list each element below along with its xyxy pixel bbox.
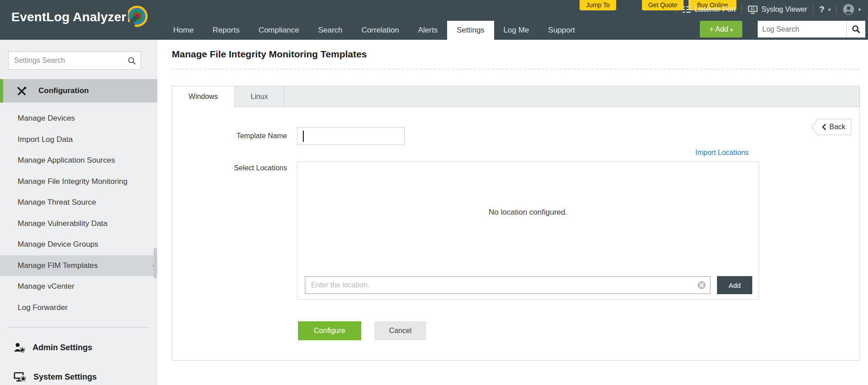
utility-bar: Listener Port 01 Syslog Viewer ? ▾ ▾	[676, 4, 861, 15]
tab-windows[interactable]: Windows	[172, 86, 235, 108]
search-icon	[852, 25, 861, 34]
nav-settings[interactable]: Settings	[447, 21, 494, 40]
back-button-face: Back	[812, 119, 851, 135]
system-settings-icon	[14, 372, 26, 382]
tools-icon	[16, 86, 27, 96]
sidebar-item-label: Manage FIM Templates	[18, 261, 98, 270]
configure-button[interactable]: Configure	[298, 321, 361, 340]
add-location-button[interactable]: Add	[717, 276, 752, 294]
settings-sidebar: Configuration Manage Devices Import Log …	[0, 40, 157, 385]
divider	[741, 5, 742, 14]
clear-input-icon[interactable]	[697, 281, 706, 290]
location-input[interactable]	[305, 276, 711, 294]
nav-compliance[interactable]: Compliance	[249, 21, 309, 40]
settings-search-box	[8, 52, 141, 70]
log-search-input[interactable]	[758, 21, 846, 38]
sidebar-item-log-forwarder[interactable]: Log Forwarder	[0, 297, 157, 319]
logo-swoosh-icon	[128, 4, 149, 28]
locations-list-box: No location configured. Add	[297, 161, 759, 300]
sidebar-section-label: Configuration	[38, 86, 89, 95]
location-input-row: Add	[305, 276, 752, 294]
import-locations-link[interactable]: Import Locations	[695, 149, 749, 157]
template-name-label: Template Name	[172, 132, 287, 140]
back-button-label: Back	[829, 123, 845, 131]
syslog-viewer-label: Syslog Viewer	[761, 5, 807, 14]
tab-linux[interactable]: Linux	[235, 86, 284, 107]
sidebar-section-label: Admin Settings	[33, 343, 92, 352]
listener-port-label: Listener Port	[695, 5, 736, 14]
divider	[172, 69, 860, 70]
app-header: EventLog Analyzer Jump To Get Quote Buy …	[0, 0, 868, 40]
help-icon: ?	[819, 5, 825, 14]
page-title: Manage File Integrity Monitoring Templat…	[172, 49, 367, 60]
log-search-button[interactable]	[846, 21, 865, 38]
settings-search-input[interactable]	[9, 52, 141, 69]
chevron-left-icon	[822, 124, 826, 130]
text-caret	[303, 131, 304, 142]
jump-to-button[interactable]: Jump To	[580, 0, 616, 10]
app-logo-text: EventLog Analyzer	[11, 10, 126, 24]
syslog-viewer-button[interactable]: 01 Syslog Viewer	[748, 5, 807, 14]
no-location-message: No location configured.	[297, 208, 759, 217]
select-locations-label: Select Locations	[172, 164, 287, 172]
add-button[interactable]: + Add ▾	[700, 21, 742, 38]
listener-port-icon	[682, 5, 691, 14]
chevron-down-icon: ▾	[730, 27, 733, 33]
sidebar-item-manage-vcenter[interactable]: Manage vCenter	[0, 276, 157, 297]
nav-alerts[interactable]: Alerts	[409, 21, 447, 40]
sidebar-item-manage-threat-source[interactable]: Manage Threat Source	[0, 192, 157, 213]
chevron-down-icon: ▾	[828, 7, 831, 13]
nav-home[interactable]: Home	[164, 21, 203, 40]
nav-correlation[interactable]: Correlation	[352, 21, 409, 40]
add-button-label: + Add	[709, 25, 728, 33]
sidebar-section-configuration[interactable]: Configuration	[0, 79, 157, 103]
sidebar-section-label: System Settings	[33, 372, 97, 382]
sidebar-scrollbar-thumb[interactable]	[154, 248, 157, 278]
admin-settings-icon	[14, 343, 25, 353]
svg-text:01: 01	[750, 7, 755, 11]
user-avatar-icon	[843, 4, 854, 15]
app-logo[interactable]: EventLog Analyzer	[11, 6, 149, 28]
main-nav: Home Reports Compliance Search Correlati…	[164, 21, 585, 40]
sidebar-item-manage-application-sources[interactable]: Manage Application Sources	[0, 150, 157, 171]
user-menu-button[interactable]: ▾	[843, 4, 861, 15]
fim-templates-panel: Windows Linux Back Template Name Import …	[172, 86, 860, 361]
divider	[836, 5, 837, 14]
nav-reports[interactable]: Reports	[203, 21, 249, 40]
sidebar-item-manage-fim-templates[interactable]: Manage FIM Templates	[0, 255, 157, 277]
sidebar-item-manage-vulnerability-data[interactable]: Manage Vulnerability Data	[0, 213, 157, 235]
divider	[813, 5, 813, 14]
template-name-input[interactable]	[297, 127, 405, 145]
sidebar-section-system-settings[interactable]: System Settings	[0, 366, 157, 385]
nav-log-me[interactable]: Log Me	[494, 21, 539, 40]
sidebar-item-manage-file-integrity-monitoring[interactable]: Manage File Integrity Monitoring	[0, 171, 157, 192]
nav-support[interactable]: Support	[538, 21, 585, 40]
back-button[interactable]: Back	[811, 119, 851, 135]
search-icon[interactable]	[127, 56, 137, 66]
nav-search[interactable]: Search	[309, 21, 352, 40]
help-menu-button[interactable]: ? ▾	[819, 5, 830, 14]
divider	[676, 5, 676, 14]
chevron-down-icon: ▾	[858, 7, 861, 13]
cancel-button[interactable]: Cancel	[374, 321, 426, 340]
sidebar-section-admin-settings[interactable]: Admin Settings	[0, 337, 157, 358]
listener-port-button[interactable]: Listener Port	[682, 5, 736, 14]
active-section-accent	[0, 79, 3, 103]
sidebar-items: Manage Devices Import Log Data Manage Ap…	[0, 108, 157, 318]
sidebar-item-import-log-data[interactable]: Import Log Data	[0, 129, 157, 150]
sidebar-item-manage-device-groups[interactable]: Manage Device Groups	[0, 234, 157, 255]
divider	[8, 327, 149, 328]
syslog-viewer-icon: 01	[748, 5, 758, 14]
sidebar-item-manage-devices[interactable]: Manage Devices	[0, 108, 157, 129]
